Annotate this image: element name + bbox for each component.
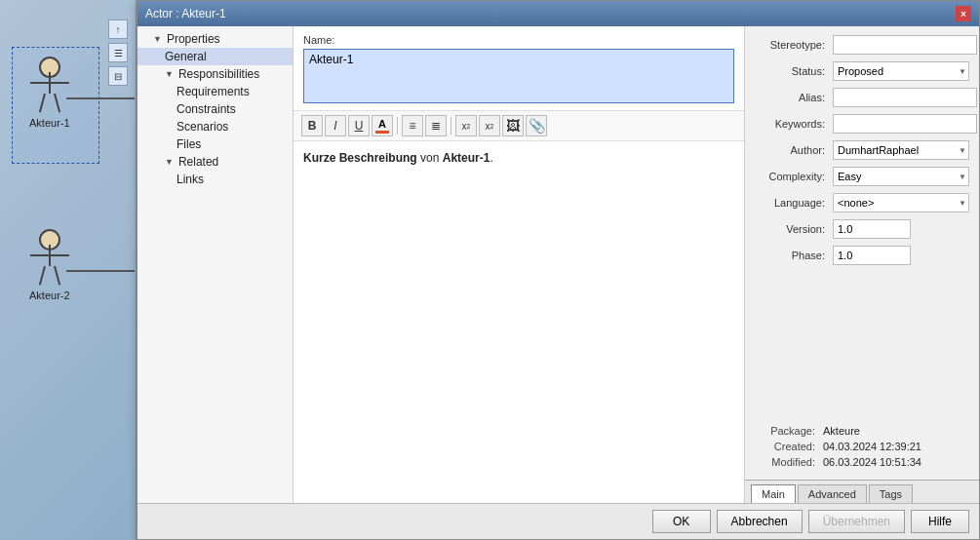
alias-label: Alias: [755,92,833,103]
tab-advanced[interactable]: Advanced [798,484,867,503]
tree-item-general[interactable]: General [137,48,293,65]
tree-panel: ▼ Properties General ▼ Responsibilities … [137,26,294,503]
actor1-connector [66,97,135,99]
package-label: Package: [755,425,823,437]
bold-button[interactable]: B [301,115,323,136]
italic-button[interactable]: I [325,115,346,136]
insert-link-button[interactable]: 📎 [526,115,547,136]
tree-item-responsibilities[interactable]: ▼ Responsibilities [137,65,293,83]
version-row: Version: [755,218,969,240]
tree-item-properties[interactable]: ▼ Properties [137,30,293,48]
actor2-connector [66,270,135,272]
created-row: Created: 04.03.2024 12:39:21 [755,441,969,452]
created-label: Created: [755,441,823,452]
keywords-row: Keywords: [755,113,969,135]
modal-close-button[interactable]: × [956,6,971,21]
actor2-figure[interactable]: Akteur-2 [29,229,70,301]
name-input[interactable]: Akteur-1 [303,49,734,103]
stereotype-input[interactable] [833,35,977,55]
description-text: Kurze Beschreibung von Akteur-1. [303,151,734,165]
list-icon[interactable]: ☰ [108,43,128,62]
keywords-input[interactable] [833,114,977,134]
props-tabs: Main Advanced Tags [745,480,979,503]
tree-item-requirements[interactable]: Requirements [137,83,293,100]
text-color-button[interactable]: A [372,115,393,136]
expand-arrow-responsibilities: ▼ [165,69,174,79]
insert-image-button[interactable]: 🖼 [502,115,524,136]
actor1-figure[interactable]: Akteur-1 [29,57,70,129]
keywords-label: Keywords: [755,118,833,130]
version-input[interactable] [833,219,911,239]
arrow-up-icon[interactable]: ↑ [108,19,128,39]
cancel-button[interactable]: Abbrechen [717,510,803,533]
ordered-list-button[interactable]: ≣ [425,115,447,136]
tab-main[interactable]: Main [751,484,796,503]
ok-button[interactable]: OK [652,510,711,533]
status-label: Status: [755,65,833,77]
phase-row: Phase: [755,245,969,266]
diagram-area: ↑ ☰ ⊟ Akteur-1 Akteur-2 [0,0,137,540]
actor1-body [30,78,69,113]
tree-item-files[interactable]: Files [137,135,293,153]
tree-item-scenarios[interactable]: Scenarios [137,118,293,135]
content-panel: Name: Akteur-1 B I U A ≡ ≣ x2 x2 🖼 📎 [294,26,745,503]
author-select[interactable]: DumhartRaphael Other [833,140,969,160]
superscript-button[interactable]: x2 [455,115,477,136]
alias-input[interactable] [833,88,977,107]
unordered-list-button[interactable]: ≡ [402,115,423,136]
props-content: Stereotype: … Status: Proposed Approved … [745,26,979,421]
phase-input[interactable] [833,246,911,265]
diagram-toolbar: ↑ ☰ ⊟ [108,19,128,86]
tree-item-constraints[interactable]: Constraints [137,100,293,118]
apply-button[interactable]: Übernehmen [808,510,905,533]
expand-arrow-properties: ▼ [153,34,162,44]
author-select-wrapper: DumhartRaphael Other ▼ [833,140,969,160]
description-area: Kurze Beschreibung von Akteur-1. [294,141,744,503]
subscript-button[interactable]: x2 [479,115,500,136]
complexity-label: Complexity: [755,171,833,182]
tab-tags[interactable]: Tags [869,484,913,503]
modal-footer: OK Abbrechen Übernehmen Hilfe [137,503,979,539]
toolbar-separator-2 [451,117,451,135]
stereotype-label: Stereotype: [755,39,833,51]
complexity-select-wrapper: Easy Medium Hard ▼ [833,167,969,186]
alias-row: Alias: [755,87,969,108]
toolbar-separator-1 [397,117,398,135]
underline-button[interactable]: U [348,115,370,136]
language-select-wrapper: <none> English German ▼ [833,193,969,212]
formatting-toolbar: B I U A ≡ ≣ x2 x2 🖼 📎 [294,111,744,141]
complexity-row: Complexity: Easy Medium Hard ▼ [755,166,969,187]
props-info: Package: Akteure Created: 04.03.2024 12:… [745,421,979,480]
stereotype-input-group: … [833,35,979,55]
status-row: Status: Proposed Approved Implemented De… [755,60,969,82]
tree-item-links[interactable]: Links [137,171,293,188]
properties-panel: Stereotype: … Status: Proposed Approved … [745,26,979,503]
modal-body: ▼ Properties General ▼ Responsibilities … [137,26,979,503]
complexity-select[interactable]: Easy Medium Hard [833,167,969,186]
actor2-body [30,251,69,286]
package-value: Akteure [823,425,860,437]
version-label: Version: [755,223,833,235]
author-row: Author: DumhartRaphael Other ▼ [755,139,969,161]
description-bold-part: Kurze Beschreibung [303,151,417,165]
phase-label: Phase: [755,250,833,261]
modal-title: Actor : Akteur-1 [145,7,226,20]
expand-arrow-related: ▼ [165,157,174,167]
modified-value: 06.03.2024 10:51:34 [823,456,921,468]
help-button[interactable]: Hilfe [911,510,969,533]
name-label: Name: [303,34,734,46]
tree-item-related[interactable]: ▼ Related [137,153,293,171]
package-row: Package: Akteure [755,425,969,437]
language-label: Language: [755,197,833,209]
align-icon[interactable]: ⊟ [108,66,128,86]
status-select-wrapper: Proposed Approved Implemented Deprecated… [833,61,969,81]
author-label: Author: [755,144,833,156]
stereotype-row: Stereotype: … [755,34,969,56]
status-select[interactable]: Proposed Approved Implemented Deprecated [833,61,969,81]
language-row: Language: <none> English German ▼ [755,192,969,213]
language-select[interactable]: <none> English German [833,193,969,212]
actor1-label: Akteur-1 [29,117,70,129]
modified-label: Modified: [755,456,823,468]
modal-dialog: Actor : Akteur-1 × ▼ Properties General … [137,0,980,540]
actor2-label: Akteur-2 [29,289,70,301]
